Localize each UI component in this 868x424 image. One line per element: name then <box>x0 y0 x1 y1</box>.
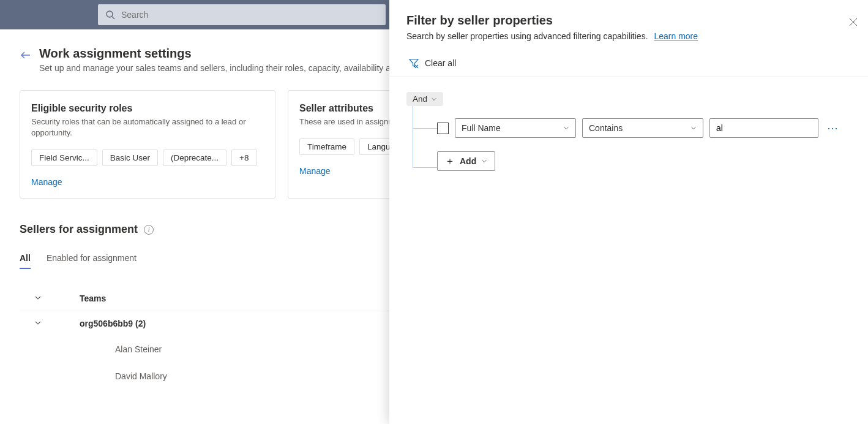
row-more-icon[interactable]: ⋯ <box>825 121 841 135</box>
field-value: Full Name <box>462 123 501 133</box>
operator-value: Contains <box>589 123 623 133</box>
funnel-clear-icon <box>409 58 419 68</box>
group-operator[interactable]: And <box>406 92 443 106</box>
condition-checkbox[interactable] <box>437 123 449 134</box>
condition-row: Full Name Contains ⋯ <box>437 118 851 138</box>
attr-chip[interactable]: Timeframe <box>299 138 354 155</box>
panel-title: Filter by seller properties <box>406 13 851 28</box>
svg-point-0 <box>107 11 113 17</box>
info-icon[interactable]: i <box>144 225 154 235</box>
svg-line-1 <box>112 17 114 19</box>
role-chip[interactable]: Field Servic... <box>31 150 97 166</box>
tab-all[interactable]: All <box>20 253 31 269</box>
role-chip[interactable]: (Deprecate... <box>163 150 226 166</box>
close-icon[interactable] <box>848 17 858 27</box>
chevron-down-icon[interactable] <box>34 294 42 301</box>
add-label: Add <box>460 156 476 166</box>
panel-subtitle: Search by seller properties using advanc… <box>406 31 851 41</box>
add-condition-button[interactable]: ＋ Add <box>437 151 495 171</box>
search-input[interactable] <box>121 10 378 20</box>
field-select[interactable]: Full Name <box>455 118 576 138</box>
global-search[interactable] <box>98 4 386 25</box>
chevron-down-icon <box>431 96 437 102</box>
value-input[interactable] <box>709 118 818 138</box>
chevron-down-icon <box>481 158 487 164</box>
tab-enabled[interactable]: Enabled for assignment <box>47 253 137 269</box>
svg-marker-5 <box>410 59 418 67</box>
search-icon <box>105 10 115 20</box>
clear-all-label: Clear all <box>425 58 456 68</box>
card-title: Eligible security roles <box>31 103 264 114</box>
operator-select[interactable]: Contains <box>582 118 703 138</box>
learn-more-link[interactable]: Learn more <box>654 31 698 41</box>
chevron-down-icon <box>563 125 569 131</box>
group-operator-label: And <box>413 94 427 104</box>
tree-connector <box>406 106 437 171</box>
chevron-down-icon[interactable] <box>34 319 42 327</box>
role-chip[interactable]: Basic User <box>102 150 158 166</box>
card-security-roles: Eligible security roles Security roles t… <box>20 90 275 199</box>
back-arrow-icon[interactable] <box>20 49 32 61</box>
role-chip-more[interactable]: +8 <box>231 150 256 166</box>
filter-panel: Filter by seller properties Search by se… <box>389 0 868 424</box>
plus-icon: ＋ <box>445 155 455 168</box>
sellers-heading: Sellers for assignment <box>20 223 138 236</box>
clear-all-button[interactable]: Clear all <box>406 56 458 70</box>
card-desc: Security roles that can be automatically… <box>31 116 264 138</box>
chevron-down-icon <box>690 125 697 131</box>
manage-roles-link[interactable]: Manage <box>31 177 264 187</box>
